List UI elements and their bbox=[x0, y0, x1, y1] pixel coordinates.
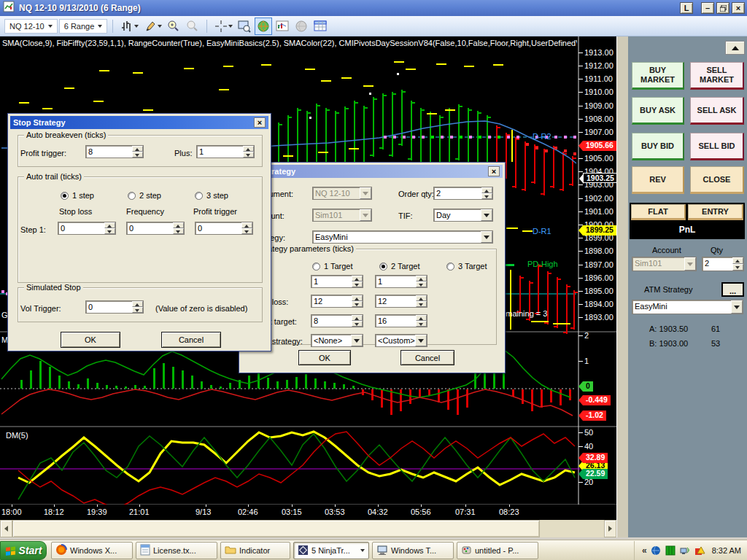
panel-collapse-button[interactable] bbox=[725, 41, 745, 55]
bid-size: 53 bbox=[711, 339, 720, 348]
buy-ask-button[interactable]: BUY ASK bbox=[632, 97, 684, 125]
atm-strategy-selector[interactable]: EasyMini bbox=[632, 300, 743, 314]
taskbar-button-windows-t-[interactable]: Windows T... bbox=[372, 542, 454, 559]
sell-bid-button[interactable]: SELL BID bbox=[690, 133, 744, 160]
entry-button[interactable]: ENTRY bbox=[688, 204, 743, 220]
time-tick bbox=[378, 505, 379, 507]
restore-button[interactable] bbox=[716, 2, 729, 14]
cancel-button[interactable]: Cancel bbox=[400, 350, 454, 365]
zoom-out-icon[interactable] bbox=[184, 18, 201, 35]
radio-3-step-label: 3 step bbox=[206, 191, 228, 200]
taskbar-button-label: untitled - P... bbox=[475, 546, 519, 555]
desktop: NQ 12-10 9/13/2010 (6 Range) L – × NQ 12… bbox=[0, 0, 747, 560]
scrollbar-thumb[interactable] bbox=[12, 520, 540, 537]
qty-stepper[interactable]: 2 bbox=[702, 257, 744, 271]
time-tick-label: 9/13 bbox=[196, 508, 211, 516]
start-button[interactable]: Start bbox=[0, 541, 47, 560]
stop-strategy-2-selector[interactable]: <Custom> bbox=[375, 334, 427, 347]
radio-1-step-label: 1 step bbox=[72, 191, 94, 200]
network-globe-icon[interactable] bbox=[651, 545, 662, 556]
tray-chevron[interactable]: « bbox=[642, 545, 647, 556]
close-icon[interactable]: × bbox=[254, 117, 266, 128]
mini-chart-icon[interactable] bbox=[274, 18, 291, 35]
bar-type-icon[interactable] bbox=[118, 18, 140, 35]
taskbar-button-untitled-p-[interactable]: untitled - P... bbox=[457, 542, 538, 559]
atm-settings-button[interactable]: ... bbox=[721, 282, 744, 297]
market-data-icon[interactable] bbox=[665, 545, 676, 556]
flat-button[interactable]: FLAT bbox=[631, 204, 686, 220]
radio-3-step[interactable] bbox=[195, 192, 203, 200]
step1-frequency-spinner[interactable]: 0 bbox=[126, 222, 185, 235]
dialog-titlebar[interactable]: Stop Strategy × bbox=[10, 116, 268, 129]
profit-target-2-spinner[interactable]: 16 bbox=[375, 314, 427, 327]
vol-trigger-label: Vol Trigger: bbox=[20, 304, 61, 313]
qty-label: Qty bbox=[711, 246, 723, 254]
zero-disabled-note: (Value of zero is disabled) bbox=[155, 304, 247, 313]
profit-trigger-spinner[interactable]: 8 bbox=[85, 145, 144, 158]
buy-market-button[interactable]: BUY MARKET bbox=[632, 62, 684, 90]
instrument-selector[interactable]: NQ 12-10 bbox=[4, 19, 58, 34]
account-selector: Sim101 bbox=[312, 209, 372, 222]
position-block: FLAT ENTRY PnL bbox=[630, 203, 745, 239]
radio-2-step-label: 2 step bbox=[139, 191, 161, 200]
radio-2-step[interactable] bbox=[128, 192, 136, 200]
taskbar-button-5-ninjatr-[interactable]: 5 NinjaTr... bbox=[293, 542, 369, 559]
order-qty-spinner[interactable]: 2 bbox=[433, 187, 493, 200]
minimize-button[interactable]: – bbox=[701, 2, 714, 14]
draw-tool-icon[interactable] bbox=[142, 18, 163, 35]
cancel-button[interactable]: Cancel bbox=[161, 332, 221, 348]
radio-2-target[interactable] bbox=[379, 262, 387, 271]
scroll-right-button[interactable] bbox=[604, 520, 616, 537]
account-selector: Sim101 bbox=[632, 257, 697, 271]
close-position-button[interactable]: CLOSE bbox=[690, 166, 744, 194]
globe-disabled-icon bbox=[293, 18, 310, 35]
buy-bid-button[interactable]: BUY BID bbox=[632, 133, 684, 160]
time-tick bbox=[335, 505, 336, 507]
taskbar-button-indicator[interactable]: Indicator bbox=[220, 542, 290, 559]
reverse-button[interactable]: REV bbox=[632, 166, 684, 194]
tif-selector[interactable]: Day bbox=[433, 209, 493, 222]
stop-loss-2-spinner[interactable]: 12 bbox=[375, 295, 427, 308]
period-selector[interactable]: 6 Range bbox=[59, 19, 108, 34]
ok-button[interactable]: OK bbox=[298, 350, 351, 365]
stop-strategy-1-selector[interactable]: <None> bbox=[311, 334, 363, 347]
radio-1-target[interactable] bbox=[312, 262, 320, 271]
time-axis[interactable]: 18:0018:1219:3921:019/1302:4603:1503:530… bbox=[0, 505, 616, 520]
vol-trigger-spinner[interactable]: 0 bbox=[85, 300, 144, 314]
crosshair-icon[interactable] bbox=[212, 18, 234, 35]
profit-target-1-spinner[interactable]: 8 bbox=[311, 314, 363, 327]
radio-1-step[interactable] bbox=[61, 192, 69, 200]
step1-profit-trigger-spinner[interactable]: 0 bbox=[195, 222, 253, 235]
document-icon bbox=[140, 544, 150, 557]
qty1-spinner[interactable]: 1 bbox=[311, 275, 363, 288]
sell-market-button[interactable]: SELL MARKET bbox=[690, 62, 744, 90]
global-link-icon[interactable] bbox=[255, 18, 272, 35]
strategy-selector[interactable]: EasyMini bbox=[312, 230, 493, 244]
scroll-left-button[interactable] bbox=[0, 520, 12, 537]
sell-ask-button[interactable]: SELL ASK bbox=[690, 97, 744, 125]
account-label: Account bbox=[652, 246, 681, 254]
ok-button[interactable]: OK bbox=[61, 332, 120, 348]
time-tick-label: 04:32 bbox=[368, 508, 388, 516]
dialog-titlebar[interactable]: ATM Strategy × bbox=[241, 165, 503, 178]
step1-stop-loss-spinner[interactable]: 0 bbox=[58, 222, 116, 235]
data-grid-icon[interactable] bbox=[311, 18, 329, 35]
radio-3-target[interactable] bbox=[446, 262, 454, 271]
connection-icon[interactable] bbox=[680, 545, 691, 556]
time-tick-label: 18:00 bbox=[1, 508, 22, 516]
plus-spinner[interactable]: 1 bbox=[196, 145, 255, 158]
snapshot-icon[interactable] bbox=[236, 18, 253, 35]
close-button[interactable]: × bbox=[732, 2, 745, 14]
close-icon[interactable]: × bbox=[488, 166, 500, 176]
qty2-spinner[interactable]: 1 bbox=[375, 275, 427, 288]
profit-trigger-label: Profit trigger: bbox=[20, 149, 66, 158]
radio-3-target-label: 3 Target bbox=[458, 262, 487, 271]
link-button[interactable]: L bbox=[680, 2, 693, 14]
stop-loss-1-spinner[interactable]: 12 bbox=[311, 295, 363, 308]
taskbar-button-license-tx-[interactable]: License.tx... bbox=[136, 542, 217, 559]
taskbar-button-windows-x-[interactable]: Windows X... bbox=[51, 542, 133, 559]
order-qty-label: Order qty: bbox=[398, 190, 434, 198]
chart-hscrollbar[interactable] bbox=[0, 520, 616, 537]
alert-icon[interactable] bbox=[694, 545, 705, 556]
zoom-in-icon[interactable] bbox=[165, 18, 182, 35]
